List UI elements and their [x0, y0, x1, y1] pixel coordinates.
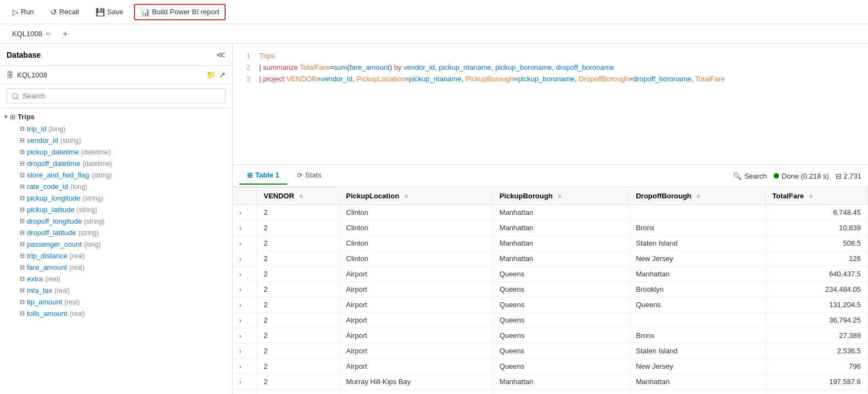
save-button[interactable]: 💾 Save: [89, 4, 130, 20]
sidebar-search-container: [0, 84, 232, 108]
query-editor[interactable]: 1 Trips 2 | summarize TotalFare=sum(fare…: [233, 44, 868, 165]
row-expand-btn[interactable]: ›: [233, 236, 257, 251]
row-expand-btn[interactable]: ›: [233, 374, 257, 390]
build-pbi-label: Build Power BI report: [152, 8, 220, 16]
table-row: › 2 Clinton Manhattan 6,748.45: [233, 205, 868, 220]
field-name: vendor_id: [27, 136, 58, 145]
data-table: VENDOR ≡ PickupLocation ≡ PickupBorough …: [233, 187, 868, 394]
field-item: ⊟ passenger_count (long): [0, 238, 232, 250]
row-expand-btn[interactable]: ›: [233, 251, 257, 267]
pickup-borough-cell: Queens: [492, 359, 629, 374]
field-type: (long): [84, 241, 101, 248]
field-type: (datetime): [82, 160, 112, 168]
query-tab[interactable]: KQL1008 ✏: [7, 26, 57, 41]
recall-button[interactable]: ↺ Recall: [44, 4, 85, 20]
sidebar-header: Database ≪: [0, 44, 232, 66]
field-name: pickup_longitude: [27, 194, 81, 202]
sidebar-collapse-button[interactable]: ≪: [216, 49, 226, 60]
build-pbi-button[interactable]: 📊 Build Power BI report: [134, 4, 226, 20]
row-expand-btn[interactable]: ›: [233, 313, 257, 328]
field-item: ⊟ trip_distance (real): [0, 250, 232, 262]
pickup-cell: Airport: [339, 359, 492, 374]
edit-icon[interactable]: ✏: [46, 30, 51, 38]
field-item: ⊟ extra (real): [0, 273, 232, 285]
field-name: trip_distance: [27, 252, 68, 260]
pickup-borough-cell: Queens: [492, 267, 629, 282]
field-type: (string): [60, 137, 81, 145]
row-expand-btn[interactable]: ›: [233, 205, 257, 220]
search-action[interactable]: 🔍 Search: [733, 172, 767, 180]
pickup-borough-cell: Manhattan: [492, 236, 629, 251]
pickup-borough-cell: Queens: [492, 297, 629, 313]
toolbar: ▷ Run ↺ Recall 💾 Save 📊 Build Power BI r…: [0, 0, 868, 24]
col-pickup-borough-header[interactable]: PickupBorough ≡: [492, 187, 629, 205]
row-expand-btn[interactable]: ›: [233, 297, 257, 313]
table-trips-row[interactable]: ▾ ⊞ Trips: [0, 110, 232, 123]
totalfare-cell: 131,204.5: [765, 297, 867, 313]
status-done: Done (0.218 s): [774, 172, 829, 180]
pickup-cell: Murray Hill-Kips Bay: [339, 390, 492, 395]
row-expand-btn[interactable]: ›: [233, 282, 257, 297]
row-expand-btn[interactable]: ›: [233, 359, 257, 374]
field-name: store_and_fwd_flag: [27, 171, 89, 179]
field-type: (real): [54, 287, 70, 295]
field-name: fare_amount: [27, 263, 67, 271]
row-count: ⊟ 2,731: [836, 172, 861, 180]
sidebar: Database ≪ 🗄 KQL1008 📁 ↗ ▾ ⊞ Trips ⊟ tri…: [0, 44, 233, 394]
row-expand-btn[interactable]: ›: [233, 343, 257, 359]
col-vendor-header[interactable]: VENDOR ≡: [257, 187, 339, 205]
field-type: (real): [69, 264, 85, 271]
field-type: (string): [83, 195, 103, 202]
col-dropoff-borough-header[interactable]: DropoffBorough ≡: [629, 187, 765, 205]
vendor-cell: 2: [257, 220, 339, 236]
search-input[interactable]: [7, 88, 226, 103]
totalfare-cell: 126: [765, 251, 867, 267]
field-icon: ⊟: [20, 241, 25, 248]
field-item: ⊟ vendor_id (string): [0, 135, 232, 146]
sidebar-title: Database: [7, 51, 41, 59]
tabbar: KQL1008 ✏ +: [0, 24, 868, 44]
sidebar-tree: ▾ ⊞ Trips ⊟ trip_id (long)⊟ vendor_id (s…: [0, 108, 232, 394]
field-icon: ⊟: [20, 287, 25, 294]
tab-name: KQL1008: [12, 30, 42, 38]
field-icon: ⊟: [20, 275, 25, 282]
totalfare-cell: 36,794.25: [765, 313, 867, 328]
vendor-cell: 2: [257, 267, 339, 282]
folder-icon[interactable]: 📁: [206, 70, 216, 79]
tab-stats[interactable]: ⟳ Stats: [289, 167, 329, 185]
vendor-cell: 2: [257, 205, 339, 220]
table-row: › 2 Airport Queens Manhattan 640,437.5: [233, 267, 868, 282]
col-pickup-header[interactable]: PickupLocation ≡: [339, 187, 492, 205]
query-line-3: 3 | project VENDOR=vendor_id, PickupLoca…: [242, 74, 859, 85]
table-row: › 2 Clinton Manhattan Bronx 10,839: [233, 220, 868, 236]
add-tab-button[interactable]: +: [59, 27, 72, 41]
vendor-cell: 2: [257, 297, 339, 313]
field-icon: ⊟: [20, 171, 25, 179]
pickup-borough-cell: Queens: [492, 313, 629, 328]
field-name: dropoff_longitude: [27, 217, 82, 225]
field-item: ⊟ dropoff_longitude (string): [0, 215, 232, 227]
pickup-cell: Clinton: [339, 205, 492, 220]
totalfare-cell: 10,839: [765, 220, 867, 236]
field-type: (real): [45, 275, 60, 283]
row-expand-btn[interactable]: ›: [233, 390, 257, 395]
dropoff-borough-cell: Staten Island: [629, 236, 765, 251]
row-expand-btn[interactable]: ›: [233, 328, 257, 343]
tab1-label: Table 1: [255, 171, 279, 179]
row-expand-btn[interactable]: ›: [233, 267, 257, 282]
dropoff-borough-cell: New Jersey: [629, 251, 765, 267]
row-expand-btn[interactable]: ›: [233, 220, 257, 236]
table-name: Trips: [18, 113, 35, 121]
run-label: Run: [21, 8, 34, 16]
pickup-borough-cell: Manhattan: [492, 205, 629, 220]
field-icon: ⊟: [20, 137, 25, 144]
results-header-row: ⊞ Table 1 ⟳ Stats 🔍 Search Don: [233, 165, 868, 187]
external-link-icon[interactable]: ↗: [219, 70, 226, 79]
pickup-cell: Airport: [339, 328, 492, 343]
tab-table1[interactable]: ⊞ Table 1: [239, 167, 287, 185]
field-name: trip_id: [27, 125, 46, 133]
table-row: › 2 Airport Queens Bronx 27,389: [233, 328, 868, 343]
field-name: pickup_latitude: [27, 206, 75, 214]
run-button[interactable]: ▷ Run: [7, 4, 40, 20]
col-totalfare-header[interactable]: TotalFare ≡: [765, 187, 867, 205]
